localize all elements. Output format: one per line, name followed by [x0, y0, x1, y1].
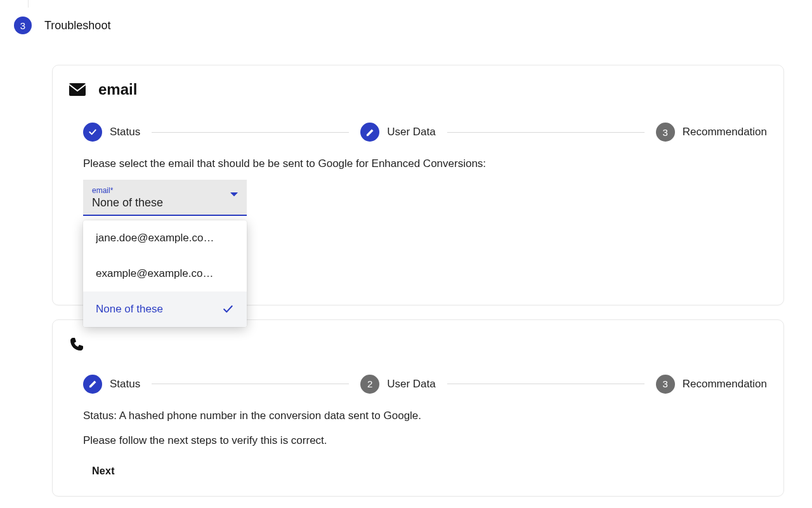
phone-card: phone_number Status 2 User Data 3 — [52, 319, 784, 497]
stepper-label: User Data — [387, 126, 436, 138]
step-number-badge: 3 — [656, 375, 675, 394]
top-step-row: 3 Troubleshoot — [0, 0, 812, 34]
email-select-wrap: email* None of these jane.doe@example.co… — [83, 180, 247, 216]
pencil-icon — [360, 123, 379, 142]
stepper-label: User Data — [387, 378, 436, 391]
stepper-userdata: 2 User Data — [360, 375, 436, 394]
card-header: email — [69, 81, 767, 98]
svg-rect-0 — [69, 83, 86, 96]
pencil-icon — [83, 375, 102, 394]
step-number-badge: 2 — [360, 375, 379, 394]
stepper-line — [152, 384, 349, 384]
caret-down-icon — [230, 192, 238, 197]
stepper-userdata: User Data — [360, 123, 436, 142]
stepper-label: Recommendation — [683, 126, 767, 138]
vertical-line — [28, 0, 29, 8]
select-value: None of these — [92, 196, 238, 210]
email-dropdown: jane.doe@example.co… example@example.co…… — [83, 220, 247, 327]
stepper-label: Recommendation — [683, 378, 767, 391]
step-number-text: 3 — [663, 127, 668, 138]
email-stepper: Status User Data 3 Recommendation — [83, 123, 767, 142]
dropdown-option[interactable]: example@example.co… — [83, 256, 247, 291]
status-text: Status: A hashed phone number in the con… — [83, 408, 767, 424]
stepper-status: Status — [83, 123, 140, 142]
stepper-recommendation: 3 Recommendation — [656, 123, 767, 142]
follow-text: Please follow the next steps to verify t… — [83, 432, 767, 449]
stepper-label: Status — [110, 378, 140, 391]
stepper-status: Status — [83, 375, 140, 394]
card-title: email — [98, 81, 137, 98]
step-number-text: 3 — [663, 378, 668, 389]
stepper-line — [447, 384, 645, 384]
stepper-line — [447, 132, 645, 133]
select-label: email* — [92, 186, 238, 195]
step-number-text: 2 — [367, 378, 372, 389]
phone-icon — [69, 337, 84, 352]
step-number: 3 — [20, 20, 25, 31]
dropdown-option-selected[interactable]: None of these — [83, 291, 247, 327]
dropdown-option[interactable]: jane.doe@example.co… — [83, 220, 247, 256]
email-card: email Status User Data 3 Recom — [52, 65, 784, 305]
email-select[interactable]: email* None of these — [83, 180, 247, 216]
stepper-line — [152, 132, 349, 133]
mail-icon — [69, 83, 86, 96]
instruction-text: Please select the email that should be b… — [83, 156, 767, 172]
stepper-recommendation: 3 Recommendation — [656, 375, 767, 394]
option-text: None of these — [96, 303, 163, 316]
step-number-badge: 3 — [656, 123, 675, 142]
next-button[interactable]: Next — [92, 465, 115, 477]
stepper-label: Status — [110, 126, 140, 138]
option-text: jane.doe@example.co… — [96, 232, 214, 244]
card-header: phone_number — [69, 335, 767, 353]
step-label: Troubleshoot — [44, 19, 110, 32]
check-icon — [83, 123, 102, 142]
option-text: example@example.co… — [96, 267, 213, 280]
check-icon — [221, 303, 234, 316]
phone-stepper: Status 2 User Data 3 Recommendation — [83, 375, 767, 394]
step-badge: 3 — [14, 17, 32, 34]
